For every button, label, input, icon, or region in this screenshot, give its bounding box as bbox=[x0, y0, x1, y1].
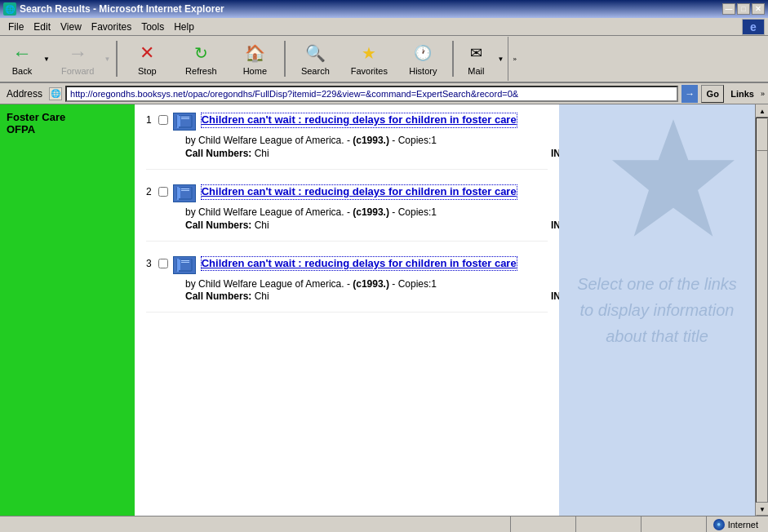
favorites-button[interactable]: ★ Favorites bbox=[343, 37, 395, 81]
menu-help[interactable]: Help bbox=[169, 20, 199, 34]
result-meta-3: by Child Welfare League of America. - (c… bbox=[185, 277, 548, 291]
result-title-link-3[interactable]: Children can't wait : reducing delays fo… bbox=[201, 256, 517, 272]
mail-button-group[interactable]: ✉ Mail ▼ bbox=[457, 37, 506, 81]
callnum-label-3: Call Numbers: Chi bbox=[185, 290, 269, 302]
links-arrow: » bbox=[761, 90, 765, 98]
menu-favorites[interactable]: Favorites bbox=[87, 20, 136, 34]
menu-file[interactable]: File bbox=[3, 20, 29, 34]
back-dropdown[interactable]: ▼ bbox=[41, 37, 52, 81]
result-callnum-2: Call Numbers: Chi IN bbox=[185, 219, 559, 231]
go-button[interactable]: Go bbox=[701, 85, 724, 103]
svg-rect-10 bbox=[181, 260, 189, 261]
forward-icon: → bbox=[66, 42, 89, 64]
result-number-3: 3 bbox=[146, 258, 152, 269]
app-icon: 🌐 bbox=[3, 2, 16, 16]
left-panel-text1: Foster Care bbox=[7, 111, 128, 123]
svg-rect-2 bbox=[181, 117, 189, 117]
status-sep-1 bbox=[511, 516, 576, 532]
ie-logo: e bbox=[742, 19, 765, 35]
result-copies-1: Copies:1 bbox=[398, 135, 437, 146]
book-icon-1 bbox=[173, 113, 196, 131]
result-item: 1 Children can't wait : reducing delays … bbox=[146, 113, 548, 170]
result-item-2: 2 Children can't wait : reducing delays … bbox=[146, 184, 548, 242]
result-checkbox-1[interactable] bbox=[158, 115, 168, 125]
watermark-text: Select one of the links to display infor… bbox=[575, 271, 739, 349]
more-button[interactable]: » bbox=[508, 37, 521, 81]
mail-icon: ✉ bbox=[464, 42, 487, 64]
result-number-1: 1 bbox=[146, 114, 152, 126]
address-input[interactable] bbox=[65, 86, 678, 102]
minimize-button[interactable]: — bbox=[722, 3, 735, 15]
result-title-link-2[interactable]: Children can't wait : reducing delays fo… bbox=[201, 184, 517, 200]
result-location-2: IN bbox=[551, 219, 559, 231]
mail-dropdown[interactable]: ▼ bbox=[495, 37, 506, 81]
result-header-1: 1 Children can't wait : reducing delays … bbox=[146, 113, 548, 131]
maximize-button[interactable]: □ bbox=[737, 3, 750, 15]
status-zone: ● Internet bbox=[707, 519, 765, 530]
window-controls: — □ ✕ bbox=[722, 3, 765, 15]
status-sep-2 bbox=[576, 516, 641, 532]
result-meta-2: by Child Welfare League of America. - (c… bbox=[185, 206, 548, 219]
toolbar-sep-1 bbox=[116, 41, 118, 77]
history-label: History bbox=[409, 66, 437, 76]
status-text bbox=[3, 516, 511, 532]
refresh-button[interactable]: ↻ Refresh bbox=[175, 37, 227, 81]
result-checkbox-2[interactable] bbox=[158, 187, 168, 197]
close-button[interactable]: ✕ bbox=[752, 3, 765, 15]
favorites-icon: ★ bbox=[357, 42, 380, 64]
scrollbar-up[interactable]: ▲ bbox=[756, 104, 768, 117]
book-icon-2 bbox=[173, 184, 196, 202]
scrollbar-thumb[interactable] bbox=[757, 118, 768, 151]
status-bar: ● Internet bbox=[0, 516, 768, 532]
menu-bar: File Edit View Favorites Tools Help e bbox=[0, 18, 768, 36]
forward-button-group[interactable]: → Forward ▼ bbox=[54, 37, 113, 81]
refresh-label: Refresh bbox=[185, 66, 217, 76]
scrollbar-track[interactable] bbox=[756, 117, 768, 503]
home-label: Home bbox=[243, 66, 267, 76]
result-date-1: (c1993.) bbox=[353, 135, 389, 146]
stop-button[interactable]: ✕ Stop bbox=[121, 37, 173, 81]
forward-dropdown[interactable]: ▼ bbox=[101, 37, 113, 81]
result-header-2: 2 Children can't wait : reducing delays … bbox=[146, 184, 548, 202]
svg-rect-9 bbox=[179, 259, 180, 270]
forward-button[interactable]: → Forward bbox=[54, 37, 101, 81]
search-button[interactable]: 🔍 Search bbox=[289, 37, 341, 81]
result-title-link-1[interactable]: Children can't wait : reducing delays fo… bbox=[201, 113, 517, 128]
mail-button[interactable]: ✉ Mail bbox=[457, 37, 495, 81]
history-button[interactable]: 🕐 History bbox=[397, 37, 449, 81]
right-panel: Select one of the links to display infor… bbox=[559, 104, 755, 516]
svg-rect-5 bbox=[179, 188, 180, 198]
watermark-line3: about that title bbox=[575, 323, 739, 349]
menu-view[interactable]: View bbox=[55, 20, 87, 34]
menu-tools[interactable]: Tools bbox=[136, 20, 169, 34]
result-location-3: IN bbox=[551, 290, 559, 302]
globe-icon: ● bbox=[713, 519, 725, 530]
star-watermark bbox=[600, 113, 747, 276]
book-icon-3 bbox=[173, 256, 196, 274]
home-button[interactable]: 🏠 Home bbox=[229, 37, 281, 81]
svg-rect-3 bbox=[181, 118, 189, 119]
favorites-label: Favorites bbox=[351, 66, 388, 76]
results-panel[interactable]: 1 Children can't wait : reducing delays … bbox=[135, 104, 559, 516]
search-icon: 🔍 bbox=[304, 42, 326, 64]
menu-edit[interactable]: Edit bbox=[29, 20, 55, 34]
mail-label: Mail bbox=[468, 66, 484, 76]
address-bar: Address 🌐 → Go Links » bbox=[0, 83, 768, 104]
svg-rect-11 bbox=[181, 262, 189, 263]
vertical-scrollbar[interactable]: ▲ ▼ bbox=[755, 104, 768, 516]
result-checkbox-3[interactable] bbox=[158, 259, 168, 268]
back-button-group[interactable]: ← Back ▼ bbox=[3, 37, 52, 81]
back-button[interactable]: ← Back bbox=[3, 37, 41, 81]
zone-label: Internet bbox=[728, 520, 758, 530]
left-panel-text2: OFPA bbox=[7, 123, 128, 135]
svg-rect-7 bbox=[181, 190, 189, 191]
refresh-icon: ↻ bbox=[189, 42, 212, 64]
links-button[interactable]: Links bbox=[727, 89, 757, 99]
result-author-1: by Child Welfare League of America. bbox=[185, 135, 344, 146]
toolbar-sep-3 bbox=[452, 41, 454, 77]
result-location-1: IN bbox=[551, 148, 559, 159]
svg-rect-6 bbox=[181, 188, 189, 189]
result-copies-3: Copies:1 bbox=[398, 278, 437, 290]
scrollbar-down[interactable]: ▼ bbox=[756, 503, 768, 516]
go-arrow[interactable]: → bbox=[681, 85, 698, 103]
